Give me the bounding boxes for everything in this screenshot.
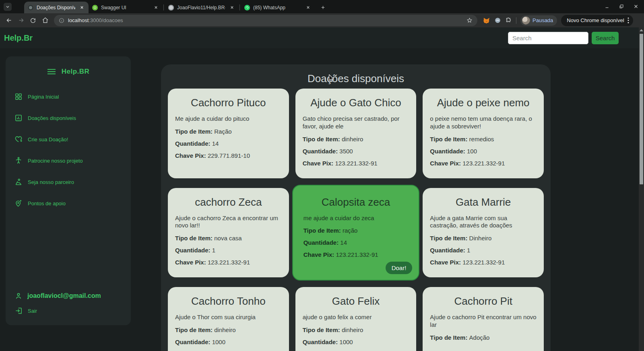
sidebar-brand: Help.BR bbox=[62, 68, 90, 76]
logout-button[interactable]: Sair bbox=[14, 307, 122, 315]
close-icon[interactable] bbox=[229, 4, 235, 11]
search-input[interactable] bbox=[508, 32, 588, 44]
donation-card-description: Gato chico precisa ser castrado, por fav… bbox=[303, 115, 409, 130]
donation-card-description: Me ajude a cuidar do pituco bbox=[175, 115, 282, 123]
search-button[interactable]: Search bbox=[592, 32, 619, 44]
donation-card-item-type: Tipo de Item: Adoção bbox=[430, 334, 537, 341]
donation-card-pix-key: Chave Pix: 229.771.891-10 bbox=[175, 152, 282, 159]
tab-title: Swagger UI bbox=[101, 5, 149, 10]
donation-card-description: o peixe nemo tem uma doença rara, o ajud… bbox=[430, 115, 537, 130]
donation-card-pix-key: Chave Pix: 123.221.332-91 bbox=[303, 251, 409, 258]
metamask-icon[interactable] bbox=[483, 17, 490, 24]
donation-card-item-type: Tipo de Item: ração bbox=[303, 227, 409, 234]
sidebar-item-doacoes-disponiveis[interactable]: Doações disponíveis bbox=[14, 114, 122, 122]
bookmark-star-icon[interactable] bbox=[466, 17, 473, 23]
tab-search-button[interactable] bbox=[4, 3, 12, 11]
browser-window: Doações Disponíveis Swagger UI JoaoFlavi… bbox=[0, 0, 644, 351]
tab-doacoes-disponiveis[interactable]: Doações Disponíveis bbox=[24, 2, 89, 13]
swagger-favicon bbox=[92, 5, 98, 10]
extensions-icon[interactable] bbox=[505, 17, 512, 24]
accessibility-icon bbox=[14, 157, 23, 165]
close-icon[interactable] bbox=[305, 4, 311, 11]
menu-icon[interactable] bbox=[47, 68, 56, 75]
restore-icon[interactable] bbox=[617, 2, 625, 10]
update-label: Novo Chrome disponível bbox=[567, 17, 624, 23]
donation-card-description: ajude o gato felix a comer bbox=[303, 314, 409, 321]
donation-card-description: me ajude a cuidar do zeca bbox=[303, 215, 409, 222]
minimize-icon[interactable] bbox=[603, 2, 611, 10]
sidebar-item-patrocine-nosso-projeto[interactable]: Patrocine nosso projeto bbox=[14, 157, 122, 165]
donation-card[interactable]: Gato Felix ajude o gato felix a comer Ti… bbox=[295, 287, 417, 351]
site-header: Help.Br Search bbox=[0, 27, 644, 48]
donation-card[interactable]: Ajude o Gato Chico Gato chico precisa se… bbox=[295, 89, 417, 178]
donation-card[interactable]: Gata Marrie Ajude a gata Marrie com sua … bbox=[423, 188, 544, 278]
tab-whatsapp[interactable]: (85) WhatsApp bbox=[241, 2, 315, 13]
donation-card[interactable]: Ajude o peixe nemo o peixe nemo tem uma … bbox=[423, 89, 544, 178]
donations-panel: Doações disponíveis Cachorro Pituco Me a… bbox=[161, 64, 551, 351]
donation-card-title: Ajude o Gato Chico bbox=[303, 97, 409, 109]
scroll-up-icon[interactable] bbox=[639, 27, 644, 33]
profile-status-label: Pausada bbox=[533, 17, 553, 23]
donation-card-title: Gata Marrie bbox=[430, 196, 537, 209]
tab-divider bbox=[239, 4, 240, 10]
whatsapp-favicon bbox=[244, 5, 250, 10]
sidebar-item-label: Pontos de apoio bbox=[28, 200, 66, 206]
sidebar-item-label: Página Inicial bbox=[28, 94, 59, 100]
site-info-icon[interactable] bbox=[59, 18, 64, 23]
user-email-row[interactable]: joaoflaviocl@gmail.com bbox=[14, 292, 122, 300]
close-icon[interactable] bbox=[153, 4, 159, 11]
tab-title: (85) WhatsApp bbox=[253, 5, 301, 10]
donation-card-item-type: Tipo de Item: Ração bbox=[175, 128, 282, 135]
new-tab-button[interactable] bbox=[318, 3, 328, 12]
donation-card[interactable]: Calopsita zeca me ajude a cuidar do zeca… bbox=[292, 185, 420, 281]
forward-button[interactable] bbox=[15, 15, 27, 26]
plus-icon bbox=[320, 5, 326, 10]
donate-button[interactable]: Doar! bbox=[386, 262, 413, 274]
tab-github-project[interactable]: JoaoFlavio11/Help.BR-proj bbox=[165, 2, 239, 13]
sidebar-item-label: Crie sua Doação! bbox=[28, 136, 68, 142]
tab-title: Doações Disponíveis bbox=[37, 5, 75, 10]
extension-badge-icon[interactable] bbox=[494, 17, 501, 24]
logout-label: Sair bbox=[28, 308, 37, 314]
donation-card[interactable]: cachorro Zeca Ajude o cachorro Zeca a en… bbox=[168, 188, 289, 278]
sidebar-item-label: Doações disponíveis bbox=[28, 115, 76, 121]
reload-button[interactable] bbox=[27, 15, 39, 26]
donation-card-title: Calopsita zeca bbox=[303, 196, 409, 209]
sidebar-item-pontos-de-apoio[interactable]: Pontos de apoio bbox=[14, 199, 122, 207]
page-scrollbar[interactable] bbox=[639, 27, 644, 351]
donation-card-quantity: Quantidade: 1000 bbox=[175, 339, 282, 345]
close-icon[interactable] bbox=[78, 4, 85, 11]
donation-card-pix-key: Chave Pix: 123.221.332-91 bbox=[303, 160, 409, 167]
user-icon bbox=[14, 292, 23, 300]
sidebar-item-pagina-inicial[interactable]: Página Inicial bbox=[14, 93, 122, 101]
donation-card-description: Ajude o cachorro Zeca a encontrar um nov… bbox=[175, 215, 282, 230]
donation-card-item-type: Tipo de Item: dinheiro bbox=[303, 326, 409, 333]
donation-card[interactable]: Cachorro Pit Ajude o cachorro Pit encont… bbox=[423, 287, 544, 351]
logout-icon bbox=[14, 307, 23, 315]
avatar bbox=[522, 17, 530, 25]
donation-card-title: Cachorro Pit bbox=[430, 295, 537, 308]
donation-card-description: Ajude o cachorro Pit encontrar um novo l… bbox=[430, 314, 537, 329]
home-button[interactable] bbox=[39, 15, 51, 26]
sidebar: Help.BR Página Inicial Doações disponíve… bbox=[6, 56, 131, 325]
scrollbar-thumb[interactable] bbox=[640, 34, 643, 184]
sidebar-item-crie-sua-doacao[interactable]: Crie sua Doação! bbox=[14, 135, 122, 143]
chrome-update-button[interactable]: Novo Chrome disponível bbox=[561, 15, 633, 26]
tab-strip: Doações Disponíveis Swagger UI JoaoFlavi… bbox=[0, 0, 644, 13]
site-logo[interactable]: Help.Br bbox=[4, 33, 33, 43]
tab-title: JoaoFlavio11/Help.BR-proj bbox=[177, 5, 225, 10]
back-button[interactable] bbox=[3, 15, 14, 26]
donation-card-description: Ajude o Thor com sua cirurgia bbox=[175, 314, 282, 321]
donation-card[interactable]: Cachorro Pituco Me ajude a cuidar do pit… bbox=[168, 89, 289, 178]
tab-swagger-ui[interactable]: Swagger UI bbox=[89, 2, 163, 13]
kebab-menu-icon[interactable] bbox=[627, 17, 629, 23]
github-favicon bbox=[168, 5, 174, 10]
donation-card[interactable]: Cachorro Tonho Ajude o Thor com sua ciru… bbox=[168, 287, 289, 351]
close-window-icon[interactable] bbox=[632, 2, 640, 10]
address-bar[interactable]: localhost:3000/doacoes bbox=[54, 15, 477, 26]
sidebar-item-seja-nosso-parceiro[interactable]: Seja nosso parceiro bbox=[14, 178, 122, 186]
profile-chip[interactable]: Pausada bbox=[520, 15, 557, 26]
donation-card-pix-key: Chave Pix: 123.221.332-91 bbox=[430, 259, 537, 266]
chart-icon bbox=[14, 114, 23, 122]
browser-toolbar: localhost:3000/doacoes Pausada Novo Chro… bbox=[0, 13, 644, 27]
